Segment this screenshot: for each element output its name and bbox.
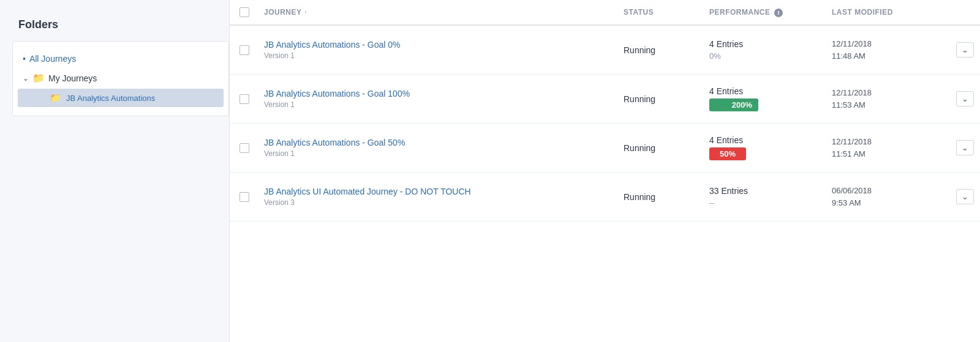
status-cell: Running [619,143,704,153]
col-header-journey[interactable]: JOURNEY ↑ [259,8,619,17]
chevron-down-icon: ⌄ [23,74,29,83]
date-value: 12/11/2018 [832,136,944,148]
date-cell: 06/06/2018 9:53 AM [827,185,949,209]
entries-text: 4 Entries [709,86,822,96]
my-journeys-label: My Journeys [48,73,97,83]
journey-name-link[interactable]: JB Analytics UI Automated Journey - DO N… [264,187,471,196]
row-checkbox[interactable] [239,192,249,202]
performance-cell: 33 Entries -- [704,186,827,207]
sidebar-item-all-journeys[interactable]: All Journeys [13,49,228,69]
date-cell: 12/11/2018 11:53 AM [827,87,949,111]
time-value: 11:51 AM [832,148,944,160]
date-value: 06/06/2018 [832,185,944,197]
row-checkbox-cell[interactable] [230,94,259,104]
performance-cell: 4 Entries 50% [704,135,827,160]
table-row: JB Analytics Automations - Goal 50% Vers… [230,124,980,173]
date-cell: 12/11/2018 11:48 AM [827,38,949,62]
sidebar-item-my-journeys[interactable]: ⌄ 📁 My Journeys [13,69,228,87]
sidebar-item-jb-analytics[interactable]: 📁 JB Analytics Automations [18,89,224,107]
actions-cell[interactable]: ⌄ [949,91,980,106]
sidebar: Folders All Journeys ⌄ 📁 My Journeys 📁 J… [0,0,230,342]
row-checkbox[interactable] [239,45,249,55]
actions-cell[interactable]: ⌄ [949,140,980,155]
entries-text: 4 Entries [709,135,822,145]
col-header-performance: PERFORMANCE i [704,8,827,17]
performance-neutral: 0% [709,51,822,61]
table-row: JB Analytics Automations - Goal 0% Versi… [230,26,980,75]
journey-cell: JB Analytics Automations - Goal 50% Vers… [259,138,619,158]
time-value: 9:53 AM [832,197,944,209]
journey-cell: JB Analytics Automations - Goal 100% Ver… [259,89,619,109]
row-checkbox-cell[interactable] [230,45,259,55]
actions-cell[interactable]: ⌄ [949,42,980,58]
entries-text: 33 Entries [709,186,822,196]
table-row: JB Analytics UI Automated Journey - DO N… [230,173,980,221]
journey-name-link[interactable]: JB Analytics Automations - Goal 50% [264,138,405,147]
table-row: JB Analytics Automations - Goal 100% Ver… [230,75,980,124]
row-action-button[interactable]: ⌄ [956,140,974,155]
row-action-button[interactable]: ⌄ [956,189,974,204]
info-icon: i [774,9,783,17]
row-action-button[interactable]: ⌄ [956,91,974,106]
actions-cell[interactable]: ⌄ [949,189,980,204]
table-header: JOURNEY ↑ STATUS PERFORMANCE i LAST MODI… [230,0,980,26]
time-value: 11:53 AM [832,99,944,111]
all-journeys-label: All Journeys [29,54,76,64]
row-action-button[interactable]: ⌄ [956,42,974,58]
performance-bar-green: 200% [709,99,758,111]
select-all-checkbox[interactable] [239,7,249,17]
subfolder-label: JB Analytics Automations [66,94,155,103]
row-checkbox[interactable] [239,94,249,104]
time-value: 11:48 AM [832,50,944,62]
journey-version: Version 3 [264,198,614,207]
entries-text: 4 Entries [709,39,822,49]
sidebar-title: Folders [12,12,229,41]
performance-neutral: -- [709,198,822,207]
status-cell: Running [619,94,704,104]
journey-version: Version 1 [264,100,614,109]
journey-version: Version 1 [264,51,614,60]
journey-cell: JB Analytics Automations - Goal 0% Versi… [259,40,619,60]
table-body: JB Analytics Automations - Goal 0% Versi… [230,26,980,221]
sort-icon: ↑ [304,9,308,16]
journey-version: Version 1 [264,149,614,158]
row-checkbox[interactable] [239,143,249,153]
header-checkbox-cell[interactable] [230,7,259,17]
performance-bar-red: 50% [709,147,746,160]
row-checkbox-cell[interactable] [230,143,259,153]
col-header-status: STATUS [619,8,704,17]
journey-name-link[interactable]: JB Analytics Automations - Goal 100% [264,89,410,99]
sidebar-content: All Journeys ⌄ 📁 My Journeys 📁 JB Analyt… [12,41,229,116]
row-checkbox-cell[interactable] [230,192,259,202]
folder-icon: 📁 [32,72,45,84]
col-header-last-modified: LAST MODIFIED [827,8,949,17]
date-value: 12/11/2018 [832,38,944,50]
journey-cell: JB Analytics UI Automated Journey - DO N… [259,187,619,207]
main-content: JOURNEY ↑ STATUS PERFORMANCE i LAST MODI… [230,0,980,342]
subfolder-icon: 📁 [50,92,61,103]
performance-cell: 4 Entries 200% [704,86,827,111]
status-cell: Running [619,192,704,202]
date-cell: 12/11/2018 11:51 AM [827,136,949,160]
journey-name-link[interactable]: JB Analytics Automations - Goal 0% [264,40,401,50]
date-value: 12/11/2018 [832,87,944,99]
performance-cell: 4 Entries 0% [704,39,827,61]
status-cell: Running [619,45,704,55]
